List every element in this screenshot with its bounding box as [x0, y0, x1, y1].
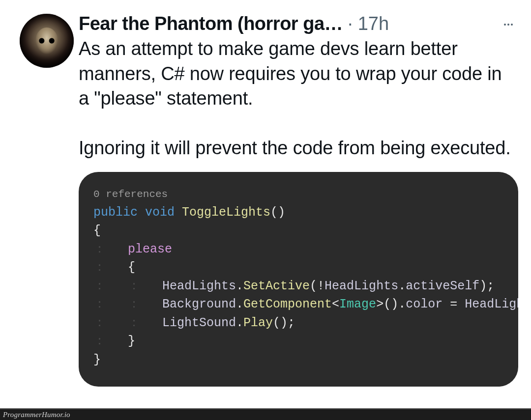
code-line: ： }: [93, 332, 518, 351]
display-name[interactable]: Fear the Phantom (horror ga…: [79, 14, 343, 34]
tweet-header: Fear the Phantom (horror ga… · 17h: [79, 14, 518, 34]
code-screenshot: 0 references public void ToggleLights() …: [79, 172, 518, 387]
code-line: ： ： LightSound.Play();: [93, 314, 518, 333]
code-line: ： please: [93, 240, 518, 259]
code-line: ： ： HeadLights.SetActive(!HeadLights.act…: [93, 277, 518, 296]
code-line: public void ToggleLights(): [93, 203, 518, 222]
more-options-button[interactable]: [499, 15, 518, 34]
code-line: ： ： Background.GetComponent<Image>().col…: [93, 295, 518, 314]
tweet-post: Fear the Phantom (horror ga… · 17h As an…: [0, 0, 531, 387]
svg-point-2: [511, 24, 513, 26]
code-line: {: [93, 222, 518, 240]
separator-dot: ·: [348, 14, 353, 34]
tweet-main: Fear the Phantom (horror ga… · 17h As an…: [79, 14, 518, 387]
tweet-paragraph: Ignoring it will prevent the code from b…: [79, 136, 514, 161]
timestamp[interactable]: 17h: [358, 14, 389, 34]
watermark-footer: ProgrammerHumor.io: [0, 408, 531, 420]
tweet-text: As an attempt to make game devs learn be…: [79, 36, 518, 160]
watermark-text: ProgrammerHumor.io: [3, 411, 70, 419]
svg-point-1: [507, 24, 509, 26]
code-line: ： {: [93, 258, 518, 277]
tweet-paragraph: As an attempt to make game devs learn be…: [79, 36, 514, 111]
avatar-column: [20, 14, 79, 387]
name-and-time: Fear the Phantom (horror ga… · 17h: [79, 14, 493, 34]
codelens-references[interactable]: 0 references: [93, 187, 518, 202]
code-line: }: [93, 351, 518, 369]
more-icon: [502, 19, 514, 30]
avatar[interactable]: [20, 14, 74, 68]
svg-point-0: [504, 24, 506, 26]
